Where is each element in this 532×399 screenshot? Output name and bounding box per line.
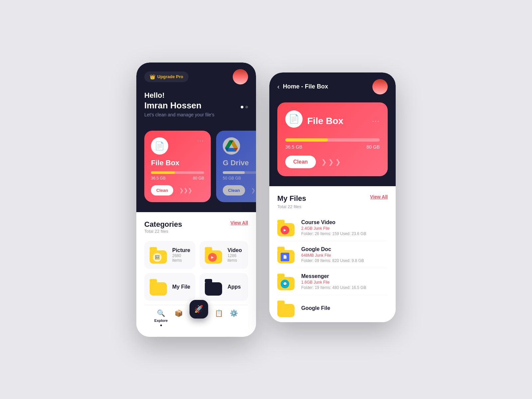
phone2-filebox-dots[interactable]: ···: [372, 117, 380, 125]
filebox-title: File Box: [151, 159, 204, 167]
nav-active-dot: [160, 325, 162, 326]
category-myfile[interactable]: My File: [144, 273, 196, 301]
apps-folder-icon: [205, 278, 223, 296]
gdrive-used: 50 GB GB: [223, 176, 241, 181]
phone2-filebox-used: 36.5 GB: [285, 144, 302, 150]
phone2-filebox-actions: Clean ❯❯❯: [285, 156, 380, 168]
greeting-name: Imran Hossen: [144, 100, 248, 111]
video-count: 1286 items: [227, 253, 243, 263]
phone-2: ‹ Home - File Box 📄 File Box ···: [269, 72, 396, 322]
video-name: Video: [227, 247, 243, 253]
fab-button[interactable]: 🚀: [190, 300, 208, 319]
picture-info: Picture 2680 items: [172, 247, 190, 263]
gdrive-icon: [225, 140, 238, 152]
picture-name: Picture: [172, 247, 190, 253]
nav-files[interactable]: 📋: [215, 309, 223, 326]
files-icon: 📋: [215, 309, 223, 317]
back-arrow-icon: ‹: [277, 83, 280, 90]
file-item-messenger[interactable]: 💬 Messenger 1.6GB Junk File Folder: 19 I…: [277, 268, 388, 295]
phone1-top-row: 👑 Upgrade Pro: [144, 69, 248, 84]
phone2-filebox-card[interactable]: 📄 File Box ··· 36.5 GB 80 GB Clean ❯❯❯: [277, 102, 388, 176]
google-doc-info: Google Doc 648MB Junk File Folder: 09 It…: [301, 246, 388, 263]
myfile-info: My File: [172, 284, 190, 290]
google-doc-name: Google Doc: [301, 246, 388, 252]
upgrade-button[interactable]: 👑 Upgrade Pro: [144, 71, 189, 82]
app-container: 👑 Upgrade Pro Hello! Imran Hossen Let's …: [123, 49, 409, 350]
category-apps[interactable]: Apps: [200, 273, 248, 301]
phone2-clean-button[interactable]: Clean: [285, 156, 316, 168]
back-button[interactable]: ‹ Home - File Box: [277, 83, 328, 90]
categories-subtitle: Total 22 files: [144, 229, 182, 234]
messenger-info: Messenger 1.6GB Junk File Folder: 19 Ite…: [301, 273, 388, 290]
phone2-header: ‹ Home - File Box: [269, 72, 396, 102]
nav-settings[interactable]: ⚙️: [230, 309, 238, 326]
phone2-arrows-icon: ❯❯❯: [321, 158, 342, 166]
upgrade-label: Upgrade Pro: [157, 74, 183, 79]
my-files-title-block: My Files: [277, 194, 306, 203]
explore-label: Explore: [154, 319, 168, 323]
picture-count: 2680 items: [172, 253, 190, 263]
category-picture[interactable]: 🖼️ Picture 2680 items: [144, 241, 196, 269]
phone2-filebox-total: 80 GB: [366, 144, 380, 150]
filebox-bar-fill: [151, 171, 175, 174]
my-files-view-all[interactable]: View All: [370, 194, 388, 200]
file-item-course-video[interactable]: ▶ Course Video 2.4GB Junk File Folder: 2…: [277, 214, 388, 241]
filebox-clean-button[interactable]: Clean: [151, 185, 173, 196]
phone2-avatar-image: [372, 79, 388, 94]
filebox-icon-circle: 📄: [151, 137, 168, 155]
phone2-filebox-bar-bg: [285, 138, 380, 142]
greeting-subtitle: Let's clean and manage your file's: [144, 112, 248, 117]
categories-view-all[interactable]: View All: [230, 220, 248, 225]
phone2-filebox-bar-fill: [285, 138, 328, 142]
google-doc-meta: Folder: 09 Items: 820 Used: 9.8 GB: [301, 258, 388, 263]
my-files-section: My Files View All Total 22 files ▶: [269, 186, 396, 322]
video-icon: ▶: [211, 255, 214, 259]
cards-area: 📄 ··· File Box 36.5 GB 80 GB Clean ❯❯❯: [136, 131, 256, 212]
gdrive-clean-button[interactable]: Clean: [223, 185, 245, 196]
phone2-filebox-labels: 36.5 GB 80 GB: [285, 144, 380, 150]
messenger-junk: 1.6GB Junk File: [301, 280, 388, 285]
avatar[interactable]: [233, 69, 248, 84]
google-file-name: Google File: [301, 305, 388, 311]
gdrive-dots[interactable]: ···: [256, 137, 256, 144]
messenger-icon: 💬: [283, 282, 287, 286]
file-item-google-file[interactable]: Google File: [277, 295, 388, 322]
filebox-dots[interactable]: ···: [197, 137, 204, 144]
bottom-nav: 🔍 Explore 📦 🚀 📋 ⚙️: [144, 305, 248, 329]
phone2-filebox-title: File Box: [307, 116, 343, 126]
gdrive-arrows-icon: ❯❯: [251, 187, 256, 194]
gdrive-icon-circle: [223, 137, 240, 155]
categories-grid: 🖼️ Picture 2680 items ▶: [144, 241, 248, 301]
filebox-card[interactable]: 📄 ··· File Box 36.5 GB 80 GB Clean ❯❯❯: [144, 131, 211, 202]
phone2-filebox-top: 📄 File Box ···: [285, 110, 380, 132]
phone2-avatar[interactable]: [372, 79, 388, 94]
course-video-info: Course Video 2.4GB Junk File Folder: 26 …: [301, 219, 388, 236]
course-video-name: Course Video: [301, 219, 388, 225]
phone2-filebox-icon-circle: 📄: [285, 110, 303, 128]
nav-explore[interactable]: 🔍 Explore: [154, 309, 168, 326]
video-info: Video 1286 items: [227, 247, 243, 263]
categories-title-block: Categories Total 22 files: [144, 220, 182, 239]
filebox-total: 80 GB: [193, 176, 204, 181]
gdrive-card[interactable]: ··· G Drive 50 GB GB 90 Clean ❯❯: [216, 131, 256, 202]
phone-1: 👑 Upgrade Pro Hello! Imran Hossen Let's …: [136, 63, 256, 337]
course-video-meta: Folder: 26 Items: 159 Used: 23.6 GB: [301, 231, 388, 236]
phone2-page-title: Home - File Box: [283, 83, 328, 90]
messenger-meta: Folder: 19 Items: 480 Used: 16.5 GB: [301, 285, 388, 290]
picture-icon: 🖼️: [155, 255, 160, 260]
avatar-image: [233, 69, 248, 84]
filebox-arrows-icon: ❯❯❯: [179, 187, 192, 194]
explore-icon: 🔍: [157, 309, 165, 317]
category-video[interactable]: ▶ Video 1286 items: [200, 241, 248, 269]
file-item-google-doc[interactable]: 📄 Google Doc 648MB Junk File Folder: 09 …: [277, 241, 388, 268]
gdrive-bar-bg: [223, 171, 256, 174]
apps-info: Apps: [227, 284, 241, 290]
phone2-filebox-left: 📄 File Box: [285, 110, 343, 132]
nav-box[interactable]: 📦: [175, 309, 183, 326]
rocket-icon: 🚀: [194, 305, 203, 314]
crown-icon: 👑: [150, 74, 155, 79]
course-video-junk: 2.4GB Junk File: [301, 226, 388, 231]
phone2-filebox-icon: 📄: [289, 114, 299, 124]
categories-header: Categories Total 22 files View All: [144, 220, 248, 239]
filebox-actions: Clean ❯❯❯: [151, 185, 204, 196]
